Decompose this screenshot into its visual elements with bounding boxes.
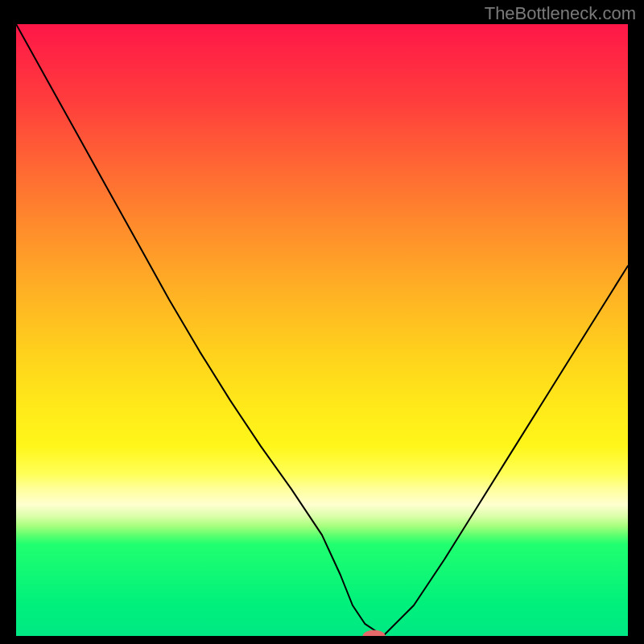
bottleneck-marker: [363, 630, 385, 636]
chart-svg: [16, 24, 628, 636]
site-watermark: TheBottleneck.com: [485, 3, 636, 24]
chart-container: TheBottleneck.com: [0, 0, 644, 644]
plot-area: [16, 24, 628, 636]
bottleneck-curve: [16, 24, 628, 636]
